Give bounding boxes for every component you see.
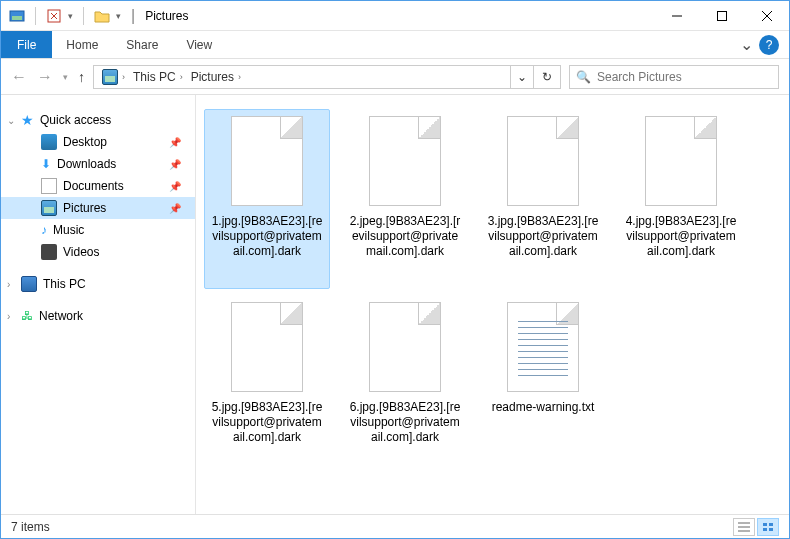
svg-rect-12 <box>763 528 767 531</box>
sidebar-item-thispc[interactable]: ›This PC <box>1 273 195 295</box>
breadcrumb-root[interactable]: › <box>98 66 129 88</box>
address-row: ← → ▾ ↑ › This PC› Pictures› ⌄ ↻ 🔍 Searc… <box>1 59 789 95</box>
file-item[interactable]: 6.jpg.[9B83AE23].[revilsupport@privatema… <box>342 295 468 475</box>
star-icon: ★ <box>21 112 34 128</box>
desktop-icon <box>41 134 57 150</box>
generic-file-icon <box>231 302 303 392</box>
file-name-label: 4.jpg.[9B83AE23].[revilsupport@privatema… <box>625 214 737 259</box>
text-file-icon <box>507 302 579 392</box>
file-item[interactable]: 1.jpg.[9B83AE23].[revilsupport@privatema… <box>204 109 330 289</box>
search-placeholder: Search Pictures <box>597 70 682 84</box>
view-details-button[interactable] <box>733 518 755 536</box>
pin-icon: 📌 <box>169 181 181 192</box>
svg-rect-11 <box>769 523 773 526</box>
downloads-icon: ⬇ <box>41 157 51 171</box>
separator <box>83 7 84 25</box>
pictures-icon <box>41 200 57 216</box>
view-largeicons-button[interactable] <box>757 518 779 536</box>
videos-icon <box>41 244 57 260</box>
sidebar-item-videos[interactable]: Videos <box>1 241 195 263</box>
tab-share[interactable]: Share <box>112 31 172 58</box>
sidebar-item-downloads[interactable]: ⬇Downloads📌 <box>1 153 195 175</box>
nav-back-icon[interactable]: ← <box>11 68 27 86</box>
search-input[interactable]: 🔍 Search Pictures <box>569 65 779 89</box>
file-name-label: readme-warning.txt <box>492 400 595 415</box>
chevron-right-icon: › <box>180 72 183 82</box>
caret-right-icon: › <box>7 311 10 322</box>
nav-forward-icon: → <box>37 68 53 86</box>
qat-dropdown-icon[interactable]: ▾ <box>68 11 73 21</box>
file-list[interactable]: 1.jpg.[9B83AE23].[revilsupport@privatema… <box>196 95 789 514</box>
pin-icon: 📌 <box>169 203 181 214</box>
generic-file-icon <box>369 116 441 206</box>
help-button[interactable]: ? <box>759 35 779 55</box>
svg-rect-10 <box>763 523 767 526</box>
caret-right-icon: › <box>7 279 10 290</box>
search-icon: 🔍 <box>576 70 591 84</box>
caret-down-icon: ⌄ <box>7 115 15 126</box>
file-name-label: 1.jpg.[9B83AE23].[revilsupport@privatema… <box>211 214 323 259</box>
address-bar[interactable]: › This PC› Pictures› ⌄ ↻ <box>93 65 561 89</box>
file-name-label: 3.jpg.[9B83AE23].[revilsupport@privatema… <box>487 214 599 259</box>
title-bar: ▾ ▾ | Pictures <box>1 1 789 31</box>
qat-dropdown-2-icon[interactable]: ▾ <box>116 11 121 21</box>
file-item[interactable]: 2.jpeg.[9B83AE23].[revilsupport@privatem… <box>342 109 468 289</box>
address-history-icon[interactable]: ⌄ <box>510 66 533 88</box>
documents-icon <box>41 178 57 194</box>
file-name-label: 6.jpg.[9B83AE23].[revilsupport@privatema… <box>349 400 461 445</box>
sidebar-item-music[interactable]: ♪Music <box>1 219 195 241</box>
window-title: Pictures <box>145 9 188 23</box>
tab-view[interactable]: View <box>172 31 226 58</box>
ribbon-expand-icon[interactable]: ⌄ <box>734 35 759 54</box>
svg-rect-13 <box>769 528 773 531</box>
chevron-right-icon: › <box>238 72 241 82</box>
nav-sidebar: ⌄★Quick access Desktop📌 ⬇Downloads📌 Docu… <box>1 95 196 514</box>
file-item[interactable]: 4.jpg.[9B83AE23].[revilsupport@privatema… <box>618 109 744 289</box>
status-bar: 7 items <box>1 514 789 538</box>
separator <box>35 7 36 25</box>
file-name-label: 2.jpeg.[9B83AE23].[revilsupport@privatem… <box>349 214 461 259</box>
network-icon: 🖧 <box>21 309 33 323</box>
generic-file-icon <box>369 302 441 392</box>
sidebar-item-pictures[interactable]: Pictures📌 <box>1 197 195 219</box>
title-separator: | <box>131 7 135 25</box>
svg-rect-4 <box>717 11 726 20</box>
pin-icon: 📌 <box>169 159 181 170</box>
nav-recent-icon[interactable]: ▾ <box>63 72 68 82</box>
sidebar-item-network[interactable]: ›🖧Network <box>1 305 195 327</box>
qat-properties-icon[interactable] <box>46 8 62 24</box>
tab-home[interactable]: Home <box>52 31 112 58</box>
maximize-button[interactable] <box>699 1 744 31</box>
generic-file-icon <box>645 116 717 206</box>
generic-file-icon <box>231 116 303 206</box>
pc-icon <box>21 276 37 292</box>
breadcrumb-pictures[interactable]: Pictures› <box>187 66 245 88</box>
tab-file[interactable]: File <box>1 31 52 58</box>
sidebar-item-desktop[interactable]: Desktop📌 <box>1 131 195 153</box>
sidebar-item-quickaccess[interactable]: ⌄★Quick access <box>1 109 195 131</box>
file-item[interactable]: 3.jpg.[9B83AE23].[revilsupport@privatema… <box>480 109 606 289</box>
file-item[interactable]: 5.jpg.[9B83AE23].[revilsupport@privatema… <box>204 295 330 475</box>
sidebar-item-documents[interactable]: Documents📌 <box>1 175 195 197</box>
ribbon-tabs: File Home Share View ⌄ ? <box>1 31 789 59</box>
file-item[interactable]: readme-warning.txt <box>480 295 606 475</box>
folder-open-icon[interactable] <box>94 8 110 24</box>
minimize-button[interactable] <box>654 1 699 31</box>
breadcrumb-thispc[interactable]: This PC› <box>129 66 187 88</box>
file-name-label: 5.jpg.[9B83AE23].[revilsupport@privatema… <box>211 400 323 445</box>
chevron-right-icon: › <box>122 72 125 82</box>
app-icon <box>9 8 25 24</box>
nav-up-icon[interactable]: ↑ <box>78 69 85 85</box>
svg-rect-1 <box>12 16 22 20</box>
close-button[interactable] <box>744 1 789 31</box>
pictures-crumb-icon <box>102 69 118 85</box>
refresh-icon[interactable]: ↻ <box>533 66 560 88</box>
pin-icon: 📌 <box>169 137 181 148</box>
music-icon: ♪ <box>41 223 47 237</box>
generic-file-icon <box>507 116 579 206</box>
status-item-count: 7 items <box>11 520 50 534</box>
